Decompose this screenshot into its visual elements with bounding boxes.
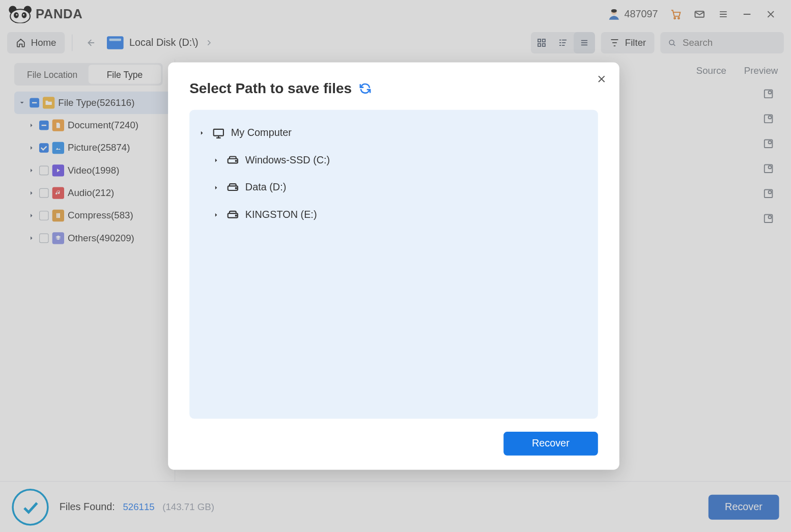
path-label: KINGSTON (E:) — [245, 209, 317, 221]
svg-point-35 — [236, 215, 237, 216]
close-icon — [596, 73, 607, 85]
drive-icon — [226, 181, 239, 194]
refresh-button[interactable] — [359, 82, 372, 95]
modal-close-button[interactable] — [595, 72, 609, 86]
path-drive-d[interactable]: Data (D:) — [197, 174, 589, 202]
caret-right-icon — [212, 211, 220, 219]
svg-point-33 — [236, 188, 237, 189]
path-drive-c[interactable]: Windows-SSD (C:) — [197, 147, 589, 174]
path-label: Data (D:) — [245, 182, 286, 193]
modal-recover-button[interactable]: Recover — [503, 432, 598, 456]
computer-icon — [212, 126, 225, 139]
caret-right-icon — [197, 129, 206, 137]
path-label: My Computer — [231, 127, 292, 139]
app-window: PANDA 487097 — [0, 0, 791, 532]
caret-right-icon — [212, 183, 220, 191]
modal-title: Select Path to save files — [189, 80, 352, 97]
modal-footer: Recover — [189, 432, 598, 456]
refresh-icon — [359, 82, 372, 95]
path-my-computer[interactable]: My Computer — [197, 119, 589, 147]
drive-icon — [226, 154, 239, 167]
drive-icon — [226, 208, 239, 221]
path-tree-panel: My Computer Windows-SSD (C:) Data (D:) K… — [189, 110, 598, 419]
svg-rect-29 — [214, 129, 223, 136]
select-path-modal: Select Path to save files My Computer Wi… — [168, 62, 619, 469]
path-label: Windows-SSD (C:) — [245, 154, 330, 166]
modal-header: Select Path to save files — [189, 80, 598, 97]
caret-right-icon — [212, 156, 220, 164]
path-drive-e[interactable]: KINGSTON (E:) — [197, 201, 589, 229]
svg-point-31 — [236, 160, 237, 161]
